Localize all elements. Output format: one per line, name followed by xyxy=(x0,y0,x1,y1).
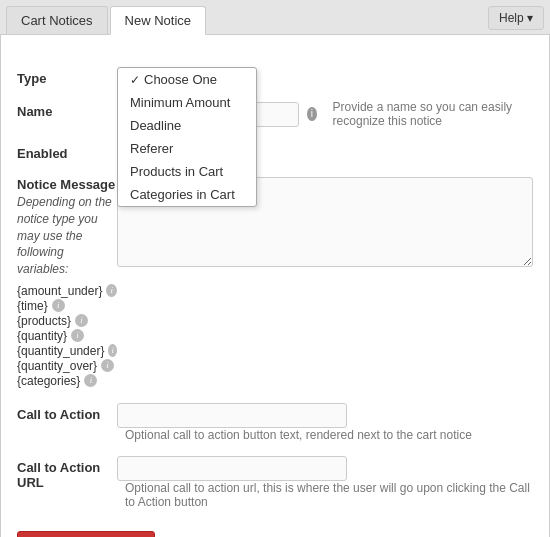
name-label: Name xyxy=(17,100,117,119)
cta-field: Optional call to action button text, ren… xyxy=(117,403,533,442)
enabled-label: Enabled xyxy=(17,142,117,161)
var-quantity: {quantity} i xyxy=(17,329,117,343)
variables-list: {amount_under} i {time} i {products} i {… xyxy=(17,284,117,388)
notice-message-label: Notice Message xyxy=(17,177,117,192)
var-amount-under: {amount_under} i xyxy=(17,284,117,298)
cta-row: Call to Action Optional call to action b… xyxy=(17,403,533,442)
type-label: Type xyxy=(17,67,117,86)
var-quantity-under-icon[interactable]: i xyxy=(108,344,117,357)
type-option-referer[interactable]: Referer xyxy=(118,137,256,160)
create-cart-notice-button[interactable]: Create Cart Notice xyxy=(17,531,155,537)
var-quantity-over-icon[interactable]: i xyxy=(101,359,114,372)
notice-message-label-block: Notice Message Depending on the notice t… xyxy=(17,177,117,389)
cta-url-label: Call to Action URL xyxy=(17,456,117,490)
notice-message-desc: Depending on the notice type you may use… xyxy=(17,194,117,278)
var-time-icon[interactable]: i xyxy=(52,299,65,312)
cta-hint-text: Optional call to action button text, ren… xyxy=(125,428,472,442)
tab-new-notice[interactable]: New Notice xyxy=(110,6,206,35)
type-option-deadline[interactable]: Deadline xyxy=(118,114,256,137)
notice-message-row: Notice Message Depending on the notice t… xyxy=(17,177,533,389)
cta-url-hint-text: Optional call to action url, this is whe… xyxy=(125,481,533,509)
type-option-choose-one[interactable]: Choose One xyxy=(118,68,256,91)
type-option-products-in-cart[interactable]: Products in Cart xyxy=(118,160,256,183)
cta-url-field: Optional call to action url, this is whe… xyxy=(117,456,533,509)
type-option-categories-in-cart[interactable]: Categories in Cart xyxy=(118,183,256,206)
name-row: Name i Provide a name so you can easily … xyxy=(17,100,533,128)
var-categories-icon[interactable]: i xyxy=(84,374,97,387)
cta-url-row: Call to Action URL Optional call to acti… xyxy=(17,456,533,509)
var-time: {time} i xyxy=(17,299,117,313)
tab-cart-notices[interactable]: Cart Notices xyxy=(6,6,108,34)
var-products-icon[interactable]: i xyxy=(75,314,88,327)
var-quantity-over: {quantity_over} i xyxy=(17,359,117,373)
type-option-minimum-amount[interactable]: Minimum Amount xyxy=(118,91,256,114)
type-dropdown-menu: Choose One Minimum Amount Deadline Refer… xyxy=(117,67,257,207)
var-quantity-icon[interactable]: i xyxy=(71,329,84,342)
var-products: {products} i xyxy=(17,314,117,328)
name-hint-icon: i xyxy=(307,107,317,121)
var-amount-under-icon[interactable]: i xyxy=(106,284,117,297)
var-categories: {categories} i xyxy=(17,374,117,388)
help-button[interactable]: Help ▾ xyxy=(488,6,544,30)
cta-input[interactable] xyxy=(117,403,347,428)
name-hint-text: Provide a name so you can easily recogni… xyxy=(333,100,533,128)
cta-url-input[interactable] xyxy=(117,456,347,481)
tab-bar: Cart Notices New Notice Help ▾ xyxy=(0,0,550,35)
form-content: Type Choose One Minimum Amount Deadline … xyxy=(0,35,550,537)
var-quantity-under: {quantity_under} i xyxy=(17,344,117,358)
enabled-row: Enabled xyxy=(17,142,533,163)
type-row: Type Choose One Minimum Amount Deadline … xyxy=(17,67,533,86)
cta-label: Call to Action xyxy=(17,403,117,422)
